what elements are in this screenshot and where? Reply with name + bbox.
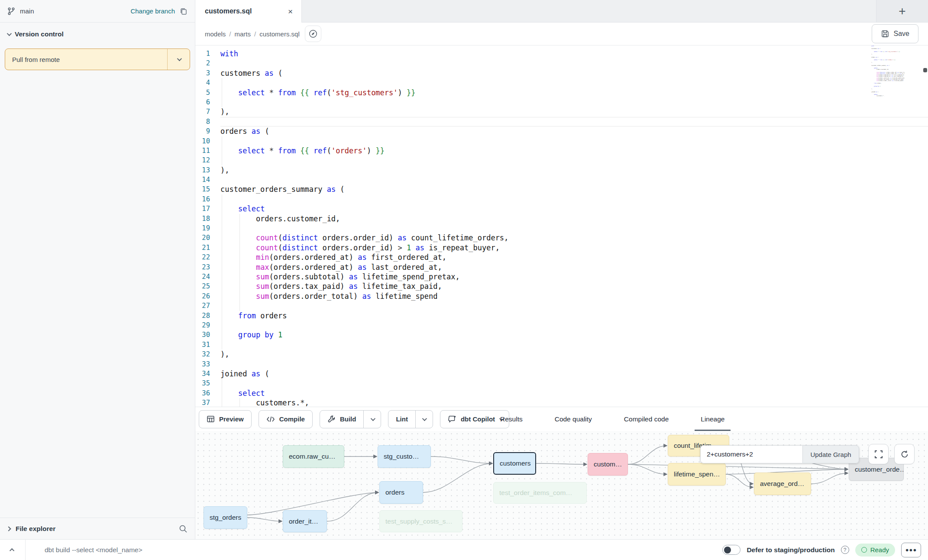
preview-button[interactable]: Preview xyxy=(199,410,252,428)
code-line[interactable]: 11 select * from {{ ref('orders') }} xyxy=(195,146,928,155)
search-icon[interactable] xyxy=(178,524,188,534)
refresh-button[interactable] xyxy=(894,444,915,464)
lineage-node-ecom[interactable]: ecom.raw_cu… xyxy=(283,445,344,468)
code-line[interactable]: 12 xyxy=(195,155,928,165)
close-icon[interactable]: × xyxy=(286,6,294,16)
lineage-node-test_order_items[interactable]: test_order_items_com… xyxy=(493,482,587,504)
code-line[interactable]: 36 select xyxy=(195,388,928,398)
indent-guide xyxy=(222,136,222,146)
code-line[interactable]: 30 group by 1 xyxy=(195,330,928,340)
pull-from-remote-label[interactable]: Pull from remote xyxy=(5,49,167,70)
indent-guide xyxy=(222,340,222,350)
code-line[interactable]: 28 from orders xyxy=(195,311,928,320)
compile-button[interactable]: Compile xyxy=(259,410,313,428)
code-line[interactable]: 21 count(distinct orders.order_id) > 1 a… xyxy=(195,243,928,252)
code-line[interactable]: 10 xyxy=(195,136,928,146)
code-line[interactable]: 16 xyxy=(195,194,928,204)
code-line[interactable]: 34joined as ( xyxy=(195,369,928,379)
line-number: 28 xyxy=(195,311,213,320)
code-line[interactable]: 7), xyxy=(195,107,928,117)
breadcrumb-segment[interactable]: models xyxy=(205,30,226,38)
editor-scrollbar-thumb[interactable] xyxy=(923,68,927,72)
defer-toggle[interactable] xyxy=(722,545,740,555)
tab-results[interactable]: Results xyxy=(494,407,529,431)
editor-minimap[interactable]: with customers as ( select * from {{ ref… xyxy=(871,45,905,141)
code-line[interactable]: 31 xyxy=(195,340,928,350)
code-line[interactable]: 24 sum(orders.subtotal) as lifetime_spen… xyxy=(195,272,928,282)
editor-tab-bar: customers.sql × + xyxy=(195,0,928,23)
change-branch-link[interactable]: Change branch xyxy=(130,7,175,15)
tab-lineage[interactable]: Lineage xyxy=(695,407,731,431)
command-input[interactable] xyxy=(26,546,722,554)
code-line[interactable]: 14 xyxy=(195,175,928,185)
lint-button[interactable]: Lint xyxy=(388,411,415,428)
tab-code-quality[interactable]: Code quality xyxy=(549,407,598,431)
code-line[interactable]: 32), xyxy=(195,350,928,359)
code-line[interactable]: 19 xyxy=(195,223,928,233)
lineage-node-order_items[interactable]: order_it… xyxy=(283,510,327,532)
code-line[interactable]: 9orders as ( xyxy=(195,126,928,136)
copy-icon[interactable] xyxy=(179,7,188,16)
fullscreen-button[interactable] xyxy=(868,444,889,464)
breadcrumb-segment[interactable]: customers.sql xyxy=(259,30,300,38)
expand-command-bar-button[interactable] xyxy=(0,540,25,560)
version-control-header[interactable]: Version control xyxy=(0,23,195,46)
code-line[interactable]: 13), xyxy=(195,165,928,175)
help-icon[interactable]: ? xyxy=(841,546,849,554)
code-line[interactable]: 20 count(distinct orders.order_id) as co… xyxy=(195,233,928,243)
indent-guide xyxy=(222,243,222,252)
indent-guide xyxy=(222,282,222,291)
code-editor[interactable]: 1with23customers as (45 select * from {{… xyxy=(195,45,928,407)
update-graph-button[interactable]: Update Graph xyxy=(802,445,859,463)
new-tab-plus-icon[interactable]: + xyxy=(899,4,905,18)
explore-lineage-button[interactable] xyxy=(305,26,321,42)
indent-guide xyxy=(239,291,240,301)
lineage-selector-input[interactable] xyxy=(700,445,802,463)
line-number: 21 xyxy=(195,243,213,252)
code-line[interactable]: 27 xyxy=(195,301,928,311)
build-label: Build xyxy=(340,415,356,423)
code-line[interactable]: 6 xyxy=(195,97,928,107)
lineage-edge xyxy=(628,464,667,474)
code-line[interactable]: 37 customers.*, xyxy=(195,398,928,407)
code-line[interactable]: 33 xyxy=(195,359,928,369)
code-line[interactable]: 15customer_orders_summary as ( xyxy=(195,185,928,194)
lineage-panel[interactable]: ecom.raw_cu…stg_custo…customerscustom…co… xyxy=(195,431,928,539)
code-line[interactable]: 35 xyxy=(195,379,928,388)
save-button[interactable]: Save xyxy=(872,24,918,43)
code-line[interactable]: 5 select * from {{ ref('stg_customers') … xyxy=(195,88,928,97)
lineage-node-orders[interactable]: orders xyxy=(379,481,423,504)
code-line[interactable]: 4 xyxy=(195,78,928,87)
code-line[interactable]: 22 min(orders.ordered_at) as first_order… xyxy=(195,252,928,262)
code-line[interactable]: 17 select xyxy=(195,204,928,214)
indent-guide xyxy=(222,388,222,398)
build-dropdown[interactable] xyxy=(363,411,381,428)
code-line[interactable]: 29 xyxy=(195,320,928,330)
breadcrumb-segment[interactable]: marts xyxy=(235,30,251,38)
code-line[interactable]: 2 xyxy=(195,58,928,68)
lineage-node-customers_sem[interactable]: custom… xyxy=(588,453,628,476)
code-line[interactable]: 26 sum(orders.order_total) as lifetime_s… xyxy=(195,291,928,301)
lineage-node-lifetime_spend[interactable]: lifetime_spen… xyxy=(668,463,726,486)
code-line[interactable]: 1with xyxy=(195,49,928,58)
code-line[interactable]: 23 max(orders.ordered_at) as last_ordere… xyxy=(195,262,928,272)
pull-options-dropdown[interactable] xyxy=(167,49,190,70)
code-line[interactable]: 3customers as ( xyxy=(195,68,928,78)
build-button[interactable]: Build xyxy=(320,411,364,428)
code-line[interactable]: 8 xyxy=(195,117,928,126)
tab-compiled-code[interactable]: Compiled code xyxy=(618,407,675,431)
lineage-node-stg_orders[interactable]: stg_orders xyxy=(204,506,247,529)
lineage-node-test_supply[interactable]: test_supply_costs_s… xyxy=(379,510,462,532)
code-line[interactable]: 25 sum(orders.tax_paid) as lifetime_tax_… xyxy=(195,282,928,291)
lineage-node-stg_customers[interactable]: stg_custo… xyxy=(378,445,431,468)
lineage-node-average_order[interactable]: average_ord… xyxy=(754,473,811,495)
tab-customers-sql[interactable]: customers.sql × xyxy=(195,0,302,23)
file-explorer-row[interactable]: File explorer xyxy=(0,518,195,539)
code-line[interactable]: 18 orders.customer_id, xyxy=(195,214,928,223)
lineage-node-customers[interactable]: customers xyxy=(493,452,536,475)
more-options-button[interactable]: ●●● xyxy=(901,543,921,557)
lineage-edge xyxy=(628,446,667,464)
chevron-right-icon xyxy=(6,526,11,531)
pull-from-remote-button[interactable]: Pull from remote xyxy=(5,49,190,70)
lint-dropdown[interactable] xyxy=(415,411,433,428)
